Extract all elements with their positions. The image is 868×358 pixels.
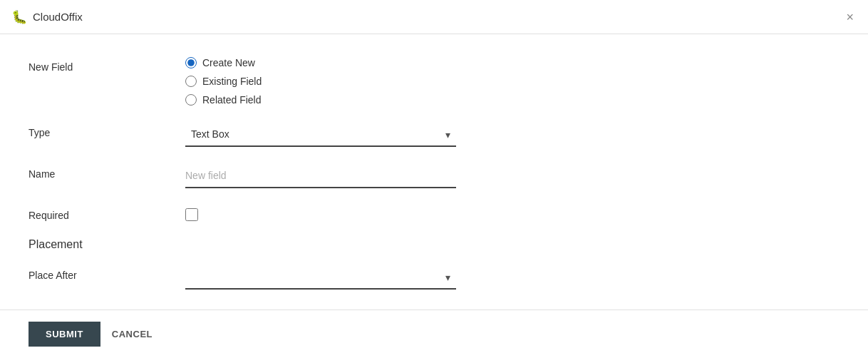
required-control [185,205,456,221]
required-row: Required [29,205,839,221]
type-control: Text Box Text Area Number Date Checkbox … [185,123,456,147]
name-row: Name [29,164,839,188]
radio-related-field-label: Related Field [202,94,262,106]
name-input[interactable] [185,164,456,188]
app-title: CloudOffix [33,11,83,23]
type-select-wrapper: Text Box Text Area Number Date Checkbox … [185,123,456,147]
radio-existing-field-input[interactable] [185,76,197,87]
footer: SUBMIT CANCEL [0,310,868,358]
name-control [185,164,456,188]
radio-create-new[interactable]: Create New [185,57,456,68]
title-bar-left: 🐛 CloudOffix [11,9,83,25]
required-label: Required [29,205,185,221]
radio-create-new-input[interactable] [185,57,197,68]
radio-existing-field[interactable]: Existing Field [185,76,456,87]
type-select[interactable]: Text Box Text Area Number Date Checkbox … [185,123,456,147]
new-field-label: New Field [29,57,185,73]
submit-button[interactable]: SUBMIT [29,322,100,347]
radio-related-field-input[interactable] [185,94,197,106]
radio-create-new-label: Create New [202,57,255,68]
app-icon: 🐛 [11,9,27,25]
type-label: Type [29,123,185,138]
radio-related-field[interactable]: Related Field [185,94,456,106]
type-row: Type Text Box Text Area Number Date Chec… [29,123,839,147]
placement-heading: Placement [29,238,839,251]
cancel-button[interactable]: CANCEL [112,329,153,339]
name-label: Name [29,164,185,180]
title-bar: 🐛 CloudOffix × [0,0,868,34]
place-after-select-wrapper: ▾ [185,265,456,290]
place-after-control: ▾ [185,265,456,290]
radio-existing-field-label: Existing Field [202,76,262,87]
required-checkbox[interactable] [185,208,198,221]
new-field-row: New Field Create New Existing Field Rela… [29,57,839,106]
close-button[interactable]: × [843,8,857,26]
required-checkbox-wrapper [185,205,456,221]
place-after-label: Place After [29,265,185,281]
place-after-row: Place After ▾ [29,265,839,290]
radio-group: Create New Existing Field Related Field [185,57,456,106]
new-field-options: Create New Existing Field Related Field [185,57,456,106]
place-after-select[interactable] [185,265,456,290]
main-content: New Field Create New Existing Field Rela… [0,34,868,310]
